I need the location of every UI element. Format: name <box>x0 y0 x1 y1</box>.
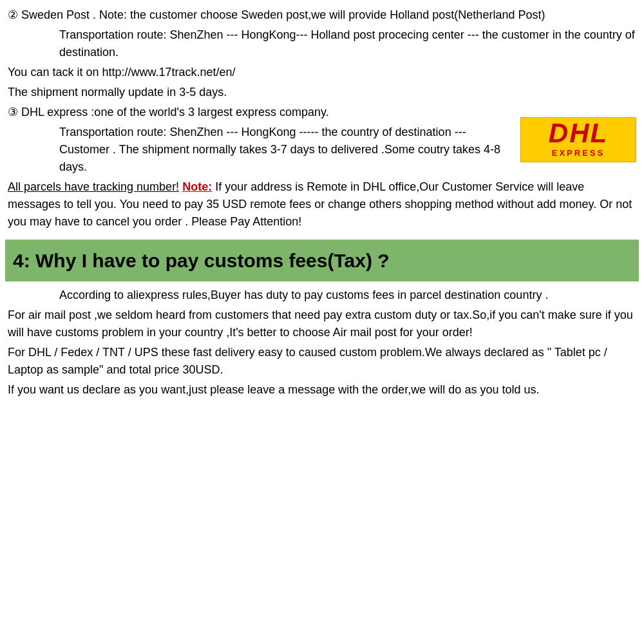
sweden-track-text: You can tack it on http://www.17track.ne… <box>8 66 236 79</box>
customs-para3: For DHL / Fedex / TNT / UPS these fast d… <box>8 344 636 379</box>
dhl-logo-container: DHL EXPRESS <box>520 117 636 162</box>
customs-para4: If you want us declare as you want,just … <box>8 381 636 399</box>
dhl-express-text: EXPRESS <box>552 147 605 160</box>
customs-para2: For air mail post ,we seldom heard from … <box>8 307 636 341</box>
dhl-logo: DHL EXPRESS <box>520 117 636 162</box>
page-wrapper: ② Sweden Post . Note: the customer choos… <box>0 0 644 408</box>
customs-para4-text: If you want us declare as you want,just … <box>8 383 539 396</box>
dhl-line1-text: ③ DHL express :one of the world's 3 larg… <box>8 106 329 118</box>
customs-para3-text: For DHL / Fedex / TNT / UPS these fast d… <box>8 346 607 376</box>
dhl-route-block: DHL EXPRESS Transportation route: ShenZh… <box>8 124 636 178</box>
dhl-route-text: Transportation route: ShenZhen --- HongK… <box>59 126 500 173</box>
sweden-track: You can tack it on http://www.17track.ne… <box>8 64 636 81</box>
sweden-route-text: Transportation route: ShenZhen --- HongK… <box>59 28 635 59</box>
customs-para1-text: According to aliexpress rules,Buyer has … <box>59 289 548 301</box>
sweden-route: Transportation route: ShenZhen --- HongK… <box>8 26 636 61</box>
customs-heading: 4: Why I have to pay customs fees(Tax) ? <box>5 240 639 281</box>
dhl-logo-text: DHL <box>549 120 608 147</box>
tracking-underline: All parcels have tracking number! <box>8 180 179 193</box>
note-label: Note: <box>182 180 212 193</box>
sweden-post-line: ② Sweden Post . Note: the customer choos… <box>8 6 636 24</box>
customs-para2-text: For air mail post ,we seldom heard from … <box>8 308 633 339</box>
sweden-update-text: The shipment normally update in 3-5 days… <box>8 86 227 99</box>
tracking-note: All parcels have tracking number! Note: … <box>8 178 636 231</box>
customs-heading-text: 4: Why I have to pay customs fees(Tax) ? <box>13 250 390 271</box>
customs-para1: According to aliexpress rules,Buyer has … <box>8 287 636 304</box>
sweden-post-text: ② Sweden Post . Note: the customer choos… <box>8 8 545 21</box>
shipping-section: ② Sweden Post . Note: the customer choos… <box>5 6 639 231</box>
customs-body: According to aliexpress rules,Buyer has … <box>5 287 639 399</box>
sweden-update: The shipment normally update in 3-5 days… <box>8 84 636 101</box>
